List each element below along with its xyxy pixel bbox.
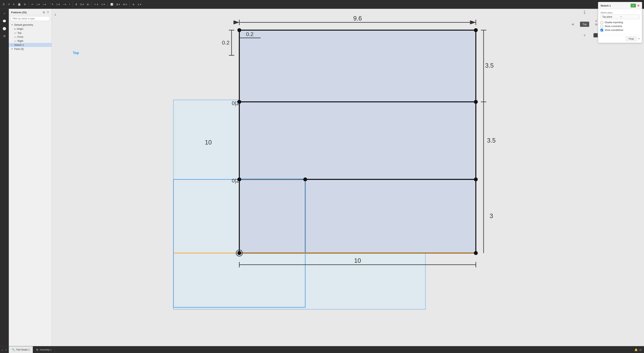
left-icon-strip: ＋ 💬 🕐 ⚙: [0, 9, 9, 176]
plane-icon-2: ▭: [14, 36, 16, 38]
origin-label: Origin: [17, 28, 24, 30]
filter-input[interactable]: [11, 16, 50, 21]
corner-mid-l: [237, 100, 241, 104]
tree-parts[interactable]: ▼ Parts (0): [9, 47, 52, 51]
chart-button[interactable]: 📊: [109, 2, 114, 6]
menu-button[interactable]: ☰: [2, 2, 6, 6]
separator-5: [130, 2, 130, 7]
separator-2: [72, 2, 73, 7]
toolbar: ☰ ↺ ↻ 💾 ⚙ ✏ □ ▾ ○ ▾ ⌒ ▾ ⬡ ▾ ~ ▾ • A ⊡ ▾ …: [0, 0, 322, 9]
pattern-button[interactable]: ⊞: [86, 2, 90, 6]
tree-item-sketch1[interactable]: ✏ Sketch 1: [9, 43, 52, 47]
history-button[interactable]: 🕐: [1, 26, 8, 32]
render-button[interactable]: ⚙: [22, 2, 27, 6]
sidebar-action-icons: ⊞ ⏱: [43, 11, 49, 14]
tree-item-top[interactable]: ▭ Top: [9, 31, 52, 35]
redo-button[interactable]: ↻: [12, 2, 16, 6]
plane-icon: ▭: [14, 32, 16, 34]
tree-item-right[interactable]: ▭ Right: [9, 39, 52, 43]
main-canvas[interactable]: Top ▲ ▼ ◀ ▶ Y X Top ⬛: [52, 9, 322, 176]
separator-1: [28, 2, 29, 7]
transform-button[interactable]: ⊡ ▾: [79, 2, 85, 6]
sidebar-history-icon[interactable]: ⏱: [46, 11, 49, 14]
list-mode-button[interactable]: ☰: [53, 13, 58, 17]
gear-icon[interactable]: ⚙: [2, 33, 7, 39]
parts-label: Parts (0): [14, 48, 24, 50]
offset-button[interactable]: ⬡ ▾: [100, 2, 106, 6]
list-icon-area: ☰: [52, 12, 59, 18]
rectangle-button[interactable]: □ ▾: [35, 2, 41, 6]
sidebar-title: Features (31): [11, 11, 27, 14]
tree-item-origin[interactable]: ● Origin: [9, 27, 52, 31]
sketch-tool-button[interactable]: ✏: [30, 2, 34, 6]
rect-mid-section[interactable]: [240, 102, 322, 176]
tree-default-geometry[interactable]: ▼ Default geometry: [9, 23, 52, 27]
undo-button[interactable]: ↺: [7, 2, 11, 6]
filter-row: [9, 15, 52, 22]
text-button[interactable]: A: [74, 2, 78, 6]
default-geometry-label: Default geometry: [14, 24, 33, 26]
polygon-button[interactable]: ⬡ ▾: [55, 2, 61, 6]
grid-button[interactable]: ⊞ ▾: [115, 2, 121, 6]
corner-tl: [237, 28, 241, 32]
right-label: Right: [18, 40, 23, 42]
dim-label-02-v: 0.2: [222, 40, 230, 46]
tree-item-front[interactable]: ▭ Front: [9, 35, 52, 39]
sketch-drawing: 9.6 0.2 0.2 3.5 10 0|2 3.5 0|2 3: [52, 9, 322, 176]
sketch-icon: ✏: [11, 44, 13, 46]
add-feature-button[interactable]: ＋: [2, 10, 7, 17]
constraints-button[interactable]: ⊕ ▾: [122, 2, 128, 6]
top-label: Top: [18, 32, 22, 34]
sidebar-add-icon[interactable]: ⊞: [43, 11, 45, 14]
save-button[interactable]: 💾: [17, 2, 22, 6]
feature-tree: ▼ Default geometry ● Origin ▭ Top ▭ Fron…: [9, 22, 52, 176]
snap-button[interactable]: ⊛: [131, 2, 136, 6]
feature-tree-sidebar: Features (31) ⊞ ⏱ ▼ Default geometry ● O…: [9, 9, 52, 176]
sketch1-label: Sketch 1: [14, 44, 24, 46]
circle-button[interactable]: ○ ▾: [42, 2, 47, 6]
sidebar-header: Features (31) ⊞ ⏱: [9, 9, 52, 15]
angle-button[interactable]: ∠ ▾: [136, 2, 142, 6]
separator-4: [108, 2, 108, 7]
arc-button[interactable]: ⌒ ▾: [48, 2, 54, 7]
plane-icon-3: ▭: [14, 40, 16, 42]
parts-caret-icon: ▼: [11, 48, 13, 50]
origin-icon: ●: [14, 28, 16, 30]
spline-button[interactable]: ~ ▾: [62, 2, 67, 6]
caret-icon: ▼: [11, 24, 13, 26]
dim-label-02-h: 0.2: [246, 31, 254, 37]
comments-button[interactable]: 💬: [1, 18, 8, 24]
point-button[interactable]: •: [68, 2, 71, 6]
dim-label-10-left: 10: [205, 139, 212, 146]
trim-button[interactable]: ✂ ▾: [93, 2, 99, 6]
front-label: Front: [18, 36, 23, 38]
